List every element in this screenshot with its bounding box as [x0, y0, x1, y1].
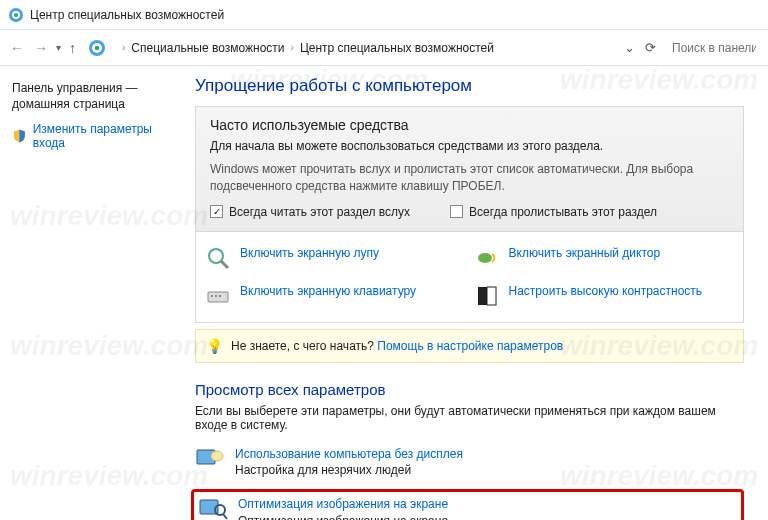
tools-panel: Часто используемые средства Для начала в…: [195, 106, 744, 323]
up-button[interactable]: ↑: [69, 40, 76, 56]
monitor-magnify-icon: [198, 496, 228, 520]
svg-point-6: [209, 249, 223, 263]
breadcrumb-item[interactable]: Центр специальных возможностей: [300, 41, 494, 55]
tool-magnifier[interactable]: Включить экранную лупу: [206, 246, 465, 270]
window-title: Центр специальных возможностей: [30, 8, 224, 22]
svg-rect-11: [215, 295, 217, 297]
svg-rect-13: [478, 287, 487, 305]
checkbox-row: ✓ Всегда читать этот раздел вслух Всегда…: [210, 205, 729, 219]
help-link[interactable]: Помощь в настройке параметров: [377, 339, 563, 353]
page-heading: Упрощение работы с компьютером: [195, 76, 744, 96]
svg-line-19: [223, 514, 227, 519]
chevron-right-icon: ›: [122, 42, 125, 53]
main-area: Панель управления — домашняя страница Из…: [0, 66, 768, 520]
content: Упрощение работы с компьютером Часто исп…: [185, 66, 768, 520]
history-dropdown[interactable]: ▾: [56, 42, 61, 53]
panel-subtitle: Для начала вы можете воспользоваться сре…: [210, 139, 729, 153]
breadcrumb[interactable]: › Специальные возможности › Центр специа…: [116, 41, 618, 55]
sidebar: Панель управления — домашняя страница Из…: [0, 66, 185, 520]
tool-keyboard[interactable]: Включить экранную клавиатуру: [206, 284, 465, 308]
help-bar: 💡 Не знаете, с чего начать? Помощь в нас…: [195, 329, 744, 363]
keyboard-icon: [206, 284, 230, 308]
checkbox-icon: ✓: [210, 205, 223, 218]
dropdown-icon[interactable]: ⌄: [624, 40, 635, 55]
svg-point-5: [95, 45, 100, 50]
chevron-right-icon: ›: [291, 42, 294, 53]
setting-optimize-display[interactable]: Оптимизация изображения на экране Оптими…: [198, 496, 735, 520]
svg-rect-10: [211, 295, 213, 297]
svg-line-7: [221, 261, 228, 268]
contrast-icon: [475, 284, 499, 308]
svg-point-2: [14, 13, 18, 17]
help-text: Не знаете, с чего начать? Помощь в настр…: [231, 339, 563, 353]
lightbulb-icon: 💡: [206, 338, 223, 354]
refresh-icon[interactable]: ⟳: [645, 40, 656, 55]
checkbox-read-aloud[interactable]: ✓ Всегда читать этот раздел вслух: [210, 205, 410, 219]
app-icon: [8, 7, 24, 23]
section-heading: Просмотр всех параметров: [195, 381, 744, 398]
sidebar-home-link[interactable]: Панель управления — домашняя страница: [12, 80, 175, 112]
breadcrumb-item[interactable]: Специальные возможности: [131, 41, 284, 55]
tool-contrast[interactable]: Настроить высокую контрастность: [475, 284, 734, 308]
panel-description: Windows может прочитать вслух и пролиста…: [210, 161, 729, 195]
tool-narrator[interactable]: Включить экранный диктор: [475, 246, 734, 270]
svg-rect-12: [219, 295, 221, 297]
setting-no-display[interactable]: Использование компьютера без дисплея Нас…: [195, 446, 744, 480]
svg-point-8: [478, 253, 492, 263]
back-button[interactable]: ←: [8, 40, 26, 56]
navbar: ← → ▾ ↑ › Специальные возможности › Цент…: [0, 30, 768, 66]
tools-grid: Включить экранную лупу Включить экранный…: [196, 232, 743, 322]
magnifier-icon: [206, 246, 230, 270]
highlighted-setting: Оптимизация изображения на экране Оптими…: [191, 489, 744, 520]
narrator-icon: [475, 246, 499, 270]
sidebar-change-login[interactable]: Изменить параметры входа: [12, 122, 175, 150]
forward-button[interactable]: →: [32, 40, 50, 56]
checkbox-scroll[interactable]: Всегда пролистывать этот раздел: [450, 205, 657, 219]
search-input[interactable]: [668, 36, 760, 60]
panel-header: Часто используемые средства Для начала в…: [196, 107, 743, 232]
panel-title: Часто используемые средства: [210, 117, 729, 133]
checkbox-icon: [450, 205, 463, 218]
svg-rect-14: [487, 287, 496, 305]
shield-icon: [12, 128, 27, 144]
address-icon: [88, 39, 106, 57]
section-description: Если вы выберете эти параметры, они буду…: [195, 404, 744, 432]
titlebar: Центр специальных возможностей: [0, 0, 768, 30]
monitor-speech-icon: [195, 446, 225, 472]
svg-point-16: [211, 451, 223, 461]
